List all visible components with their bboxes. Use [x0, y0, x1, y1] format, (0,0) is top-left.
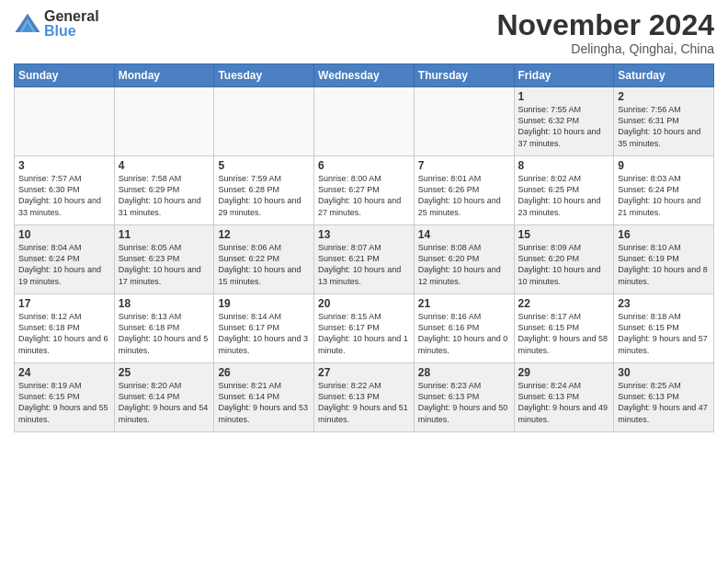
- calendar-cell: 22Sunrise: 8:17 AM Sunset: 6:15 PM Dayli…: [514, 294, 614, 363]
- day-info: Sunrise: 8:16 AM Sunset: 6:16 PM Dayligh…: [418, 311, 510, 356]
- header-row: Sunday Monday Tuesday Wednesday Thursday…: [15, 64, 714, 87]
- calendar-week-4: 17Sunrise: 8:12 AM Sunset: 6:18 PM Dayli…: [15, 294, 714, 363]
- day-info: Sunrise: 8:12 AM Sunset: 6:18 PM Dayligh…: [18, 311, 110, 356]
- calendar-cell: 26Sunrise: 8:21 AM Sunset: 6:14 PM Dayli…: [214, 363, 314, 432]
- col-thursday: Thursday: [414, 64, 514, 87]
- day-number: 21: [418, 297, 510, 310]
- calendar-cell: 16Sunrise: 8:10 AM Sunset: 6:19 PM Dayli…: [614, 225, 714, 294]
- header: General Blue November 2024 Delingha, Qin…: [14, 9, 714, 56]
- calendar-cell: 17Sunrise: 8:12 AM Sunset: 6:18 PM Dayli…: [15, 294, 115, 363]
- day-info: Sunrise: 8:25 AM Sunset: 6:13 PM Dayligh…: [618, 380, 710, 425]
- day-number: 14: [418, 228, 510, 241]
- calendar-cell: 9Sunrise: 8:03 AM Sunset: 6:24 PM Daylig…: [614, 156, 714, 225]
- day-info: Sunrise: 8:15 AM Sunset: 6:17 PM Dayligh…: [318, 311, 410, 356]
- calendar-cell: 14Sunrise: 8:08 AM Sunset: 6:20 PM Dayli…: [414, 225, 514, 294]
- day-number: 7: [418, 159, 510, 172]
- logo-icon: [14, 10, 41, 38]
- location: Delingha, Qinghai, China: [496, 41, 714, 56]
- calendar-cell: [15, 87, 115, 156]
- day-number: 9: [618, 159, 710, 172]
- month-title: November 2024: [496, 9, 714, 41]
- day-info: Sunrise: 7:56 AM Sunset: 6:31 PM Dayligh…: [618, 104, 710, 149]
- day-info: Sunrise: 8:10 AM Sunset: 6:19 PM Dayligh…: [618, 242, 710, 287]
- day-info: Sunrise: 7:57 AM Sunset: 6:30 PM Dayligh…: [18, 173, 110, 218]
- calendar-cell: 13Sunrise: 8:07 AM Sunset: 6:21 PM Dayli…: [314, 225, 415, 294]
- calendar-cell: 6Sunrise: 8:00 AM Sunset: 6:27 PM Daylig…: [314, 156, 415, 225]
- day-number: 11: [119, 228, 210, 241]
- day-info: Sunrise: 7:59 AM Sunset: 6:28 PM Dayligh…: [218, 173, 310, 218]
- day-info: Sunrise: 8:21 AM Sunset: 6:14 PM Dayligh…: [218, 380, 310, 425]
- logo-general: General: [44, 9, 99, 24]
- day-info: Sunrise: 8:03 AM Sunset: 6:24 PM Dayligh…: [618, 173, 710, 218]
- calendar-cell: 30Sunrise: 8:25 AM Sunset: 6:13 PM Dayli…: [614, 363, 714, 432]
- col-monday: Monday: [114, 64, 214, 87]
- day-number: 24: [18, 366, 110, 379]
- day-number: 16: [618, 228, 710, 241]
- day-info: Sunrise: 8:19 AM Sunset: 6:15 PM Dayligh…: [18, 380, 110, 425]
- day-number: 29: [518, 366, 610, 379]
- day-number: 22: [518, 297, 610, 310]
- day-info: Sunrise: 8:05 AM Sunset: 6:23 PM Dayligh…: [119, 242, 210, 287]
- day-info: Sunrise: 8:01 AM Sunset: 6:26 PM Dayligh…: [418, 173, 510, 218]
- calendar-cell: 10Sunrise: 8:04 AM Sunset: 6:24 PM Dayli…: [15, 225, 115, 294]
- day-info: Sunrise: 7:58 AM Sunset: 6:29 PM Dayligh…: [119, 173, 210, 218]
- day-info: Sunrise: 8:14 AM Sunset: 6:17 PM Dayligh…: [218, 311, 310, 356]
- day-info: Sunrise: 8:22 AM Sunset: 6:13 PM Dayligh…: [318, 380, 410, 425]
- calendar-cell: [314, 87, 415, 156]
- calendar-cell: [414, 87, 514, 156]
- calendar-cell: [114, 87, 214, 156]
- calendar-week-3: 10Sunrise: 8:04 AM Sunset: 6:24 PM Dayli…: [15, 225, 714, 294]
- day-info: Sunrise: 8:13 AM Sunset: 6:18 PM Dayligh…: [119, 311, 210, 356]
- calendar-table: Sunday Monday Tuesday Wednesday Thursday…: [14, 63, 714, 432]
- day-info: Sunrise: 7:55 AM Sunset: 6:32 PM Dayligh…: [518, 104, 610, 149]
- calendar-cell: 25Sunrise: 8:20 AM Sunset: 6:14 PM Dayli…: [114, 363, 214, 432]
- day-number: 28: [418, 366, 510, 379]
- day-number: 20: [318, 297, 410, 310]
- day-number: 27: [318, 366, 410, 379]
- calendar-cell: 7Sunrise: 8:01 AM Sunset: 6:26 PM Daylig…: [414, 156, 514, 225]
- calendar-cell: 21Sunrise: 8:16 AM Sunset: 6:16 PM Dayli…: [414, 294, 514, 363]
- calendar-cell: 12Sunrise: 8:06 AM Sunset: 6:22 PM Dayli…: [214, 225, 314, 294]
- calendar-cell: 29Sunrise: 8:24 AM Sunset: 6:13 PM Dayli…: [514, 363, 614, 432]
- calendar-cell: 5Sunrise: 7:59 AM Sunset: 6:28 PM Daylig…: [214, 156, 314, 225]
- calendar-week-5: 24Sunrise: 8:19 AM Sunset: 6:15 PM Dayli…: [15, 363, 714, 432]
- day-info: Sunrise: 8:04 AM Sunset: 6:24 PM Dayligh…: [18, 242, 110, 287]
- day-info: Sunrise: 8:00 AM Sunset: 6:27 PM Dayligh…: [318, 173, 410, 218]
- day-info: Sunrise: 8:24 AM Sunset: 6:13 PM Dayligh…: [518, 380, 610, 425]
- calendar-cell: 23Sunrise: 8:18 AM Sunset: 6:15 PM Dayli…: [614, 294, 714, 363]
- day-info: Sunrise: 8:20 AM Sunset: 6:14 PM Dayligh…: [119, 380, 210, 425]
- calendar-cell: 15Sunrise: 8:09 AM Sunset: 6:20 PM Dayli…: [514, 225, 614, 294]
- calendar-week-2: 3Sunrise: 7:57 AM Sunset: 6:30 PM Daylig…: [15, 156, 714, 225]
- day-number: 18: [119, 297, 210, 310]
- calendar-cell: 4Sunrise: 7:58 AM Sunset: 6:29 PM Daylig…: [114, 156, 214, 225]
- calendar-cell: 11Sunrise: 8:05 AM Sunset: 6:23 PM Dayli…: [114, 225, 214, 294]
- day-number: 2: [618, 90, 710, 103]
- logo-blue: Blue: [44, 24, 99, 39]
- day-number: 12: [218, 228, 310, 241]
- title-block: November 2024 Delingha, Qinghai, China: [496, 9, 714, 56]
- day-number: 10: [18, 228, 110, 241]
- day-number: 8: [518, 159, 610, 172]
- day-number: 23: [618, 297, 710, 310]
- day-number: 30: [618, 366, 710, 379]
- calendar-cell: [214, 87, 314, 156]
- day-number: 5: [218, 159, 310, 172]
- day-info: Sunrise: 8:23 AM Sunset: 6:13 PM Dayligh…: [418, 380, 510, 425]
- calendar-cell: 19Sunrise: 8:14 AM Sunset: 6:17 PM Dayli…: [214, 294, 314, 363]
- day-number: 13: [318, 228, 410, 241]
- day-number: 19: [218, 297, 310, 310]
- calendar-cell: 2Sunrise: 7:56 AM Sunset: 6:31 PM Daylig…: [614, 87, 714, 156]
- calendar-week-1: 1Sunrise: 7:55 AM Sunset: 6:32 PM Daylig…: [15, 87, 714, 156]
- calendar-cell: 8Sunrise: 8:02 AM Sunset: 6:25 PM Daylig…: [514, 156, 614, 225]
- day-number: 3: [18, 159, 110, 172]
- day-info: Sunrise: 8:07 AM Sunset: 6:21 PM Dayligh…: [318, 242, 410, 287]
- col-wednesday: Wednesday: [314, 64, 415, 87]
- calendar-cell: 1Sunrise: 7:55 AM Sunset: 6:32 PM Daylig…: [514, 87, 614, 156]
- calendar-cell: 3Sunrise: 7:57 AM Sunset: 6:30 PM Daylig…: [15, 156, 115, 225]
- logo-text: General Blue: [44, 9, 99, 39]
- col-saturday: Saturday: [614, 64, 714, 87]
- calendar-cell: 20Sunrise: 8:15 AM Sunset: 6:17 PM Dayli…: [314, 294, 415, 363]
- col-sunday: Sunday: [15, 64, 115, 87]
- day-number: 26: [218, 366, 310, 379]
- calendar-cell: 27Sunrise: 8:22 AM Sunset: 6:13 PM Dayli…: [314, 363, 415, 432]
